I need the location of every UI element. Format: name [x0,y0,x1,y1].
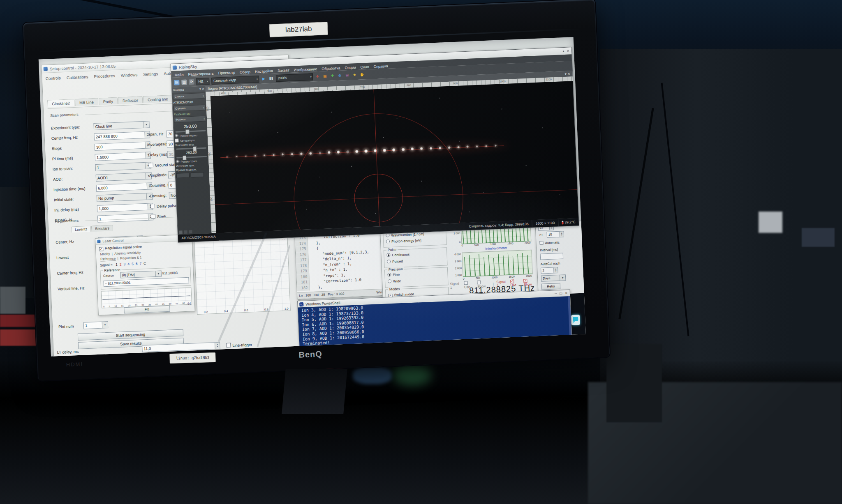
select-initial-state[interactable]: No pump▾ [97,193,153,202]
camera-item[interactable]: ATR3CMOS01 [173,100,205,105]
input-pi-time-ms[interactable]: 1,5000▲▼ [95,152,151,161]
input-center-freq-hz[interactable]: 247 888 800▲▼ [94,131,150,140]
precision-wide-radio[interactable]: Wide [388,279,401,283]
input-injection-time-ms[interactable]: 6,000▲▼ [96,182,153,192]
setup-tab-cooling-line[interactable]: Cooling line [143,95,173,103]
mode-dropdown[interactable]: НД [196,78,210,85]
radio-icon[interactable] [176,159,179,163]
trigger-field-1[interactable] [176,173,190,178]
sidebar-tab-icon-1[interactable] [179,230,183,234]
maximize-icon[interactable]: ▢ [559,292,562,295]
support-chat-icon[interactable] [571,315,580,325]
radio-icon[interactable] [386,239,390,243]
risingsky-menu-настройка[interactable]: Настройка [255,69,273,74]
checkbox-icon[interactable] [149,163,153,167]
signal-channel-7[interactable]: 7 [139,261,141,265]
slider-thumb[interactable] [185,129,189,134]
checkbox-stark[interactable]: Stark [151,214,167,219]
select-experiment-type[interactable]: Clock line▾ [93,121,150,130]
gain-slider[interactable] [176,156,207,159]
risingsky-menu-окно[interactable]: Окно [361,65,369,69]
pulse-pulsed-radio[interactable]: Pulsed [387,259,403,264]
signal-channel-5[interactable]: 5 [132,262,134,266]
autostart-checkbox[interactable]: Автозапуск [175,138,207,143]
frame-dropdown[interactable]: Светлый кадр [211,76,259,85]
signal-channel-2[interactable]: 2 [120,262,122,266]
risingsky-menu-обзор[interactable]: Обзор [240,70,250,74]
checkbox-icon[interactable] [477,281,481,284]
input-steps[interactable]: 300▲▼ [94,141,150,151]
open-icon[interactable]: ▤ [174,80,180,85]
marker-purple-icon[interactable]: ⊞ [345,72,350,78]
spinner-icon[interactable]: ▲▼ [215,343,220,349]
retry-button[interactable]: Retry [541,283,561,290]
signal-channel-C[interactable]: C [143,261,146,265]
fit-tab-lorentz[interactable]: Lorentz [71,226,91,233]
checkbox-icon[interactable] [464,281,467,285]
star-icon[interactable]: ★ [352,72,358,78]
signal-channel-4[interactable]: 4 [127,262,130,266]
exposure-slider[interactable] [176,147,206,150]
tab-regulation[interactable]: Regulation & 1 [120,255,142,260]
grid-icon[interactable]: ▦ [322,74,328,79]
risingsky-menu-захват[interactable]: Захват [278,68,289,73]
risingsky-menu-обработка[interactable]: Обработка [322,66,340,71]
period-select[interactable]: Days ▾ [541,274,566,281]
setup-tab-clockline2[interactable]: Clockline2 [47,99,74,107]
precision-fine-radio[interactable]: Fine [387,272,400,277]
radio-icon[interactable] [386,253,390,257]
refresh-icon[interactable]: ⟳ [189,79,194,85]
signal-channel-6[interactable]: 6 [136,262,138,266]
trigger-mode-radio[interactable]: Режим тригг. [176,158,208,163]
sidebar-tab-icon-3[interactable] [189,230,192,233]
radio-icon[interactable] [387,260,391,263]
radio-icon[interactable] [388,279,391,283]
signal-channel-3[interactable]: 3 [123,262,125,266]
play-icon[interactable]: ▶ [261,76,267,82]
risingsky-menu-опции[interactable]: Опции [345,65,356,70]
camera-list-dropdown[interactable]: Список [173,93,206,100]
close-icon[interactable]: ✕ [202,87,205,91]
minimize-icon[interactable]: ▾ [564,72,567,76]
camera-panel-header[interactable]: Камера ▾ ✕ [172,86,206,93]
dropdown-arrow-icon[interactable]: ▾ [155,271,162,276]
camera-canvas[interactable]: + [210,81,578,233]
checkbox-icon[interactable] [523,279,527,283]
regulation-checkbox[interactable]: Regulation signal active [99,244,142,251]
spinner-icon[interactable]: ▲▼ [559,231,564,237]
course-select[interactable]: (it) [THz] ▾ [120,270,162,278]
close-icon[interactable]: ✕ [565,291,568,295]
marker-blue-icon[interactable]: ⊕ [337,73,343,78]
checkbox-icon[interactable] [175,138,178,142]
minimize-icon[interactable]: ─ [555,292,557,295]
pin-icon[interactable]: ▴ [562,49,564,53]
capture-dropdown[interactable]: Съемка [173,105,206,112]
setup-menu-calibrations[interactable]: Calibrations [67,74,88,80]
risingsky-menu-справка[interactable]: Справка [373,64,388,69]
setup-tab-deflector[interactable]: Deflector [118,96,143,104]
dropdown-arrow-icon[interactable]: ▾ [102,322,108,328]
pulse-continuous-radio[interactable]: Continuous [386,252,409,257]
dropdown-arrow-icon[interactable]: ▾ [143,121,149,128]
automatic-checkbox[interactable]: Automatic [539,240,560,245]
sidebar-tab-icon-2[interactable] [184,230,187,234]
unit-photon-radio[interactable]: Photon energy [eV] [386,238,421,244]
radio-icon[interactable] [387,273,391,276]
radio-icon[interactable] [175,133,178,137]
checkbox-icon[interactable] [510,280,514,283]
pause-icon[interactable]: ▮▮ [268,76,274,81]
video-mode-radio[interactable]: Режим видео [175,133,207,138]
dock-icon[interactable]: ▾ [199,87,201,91]
exposure-target-slider[interactable] [175,130,206,133]
setup-menu-windows[interactable]: Windows [121,72,138,78]
setup-menu-procedures[interactable]: Procedures [94,74,115,79]
select-ion-to-scan[interactable]: 1▾ [95,162,152,171]
tab-altering-sensitivity[interactable]: Altering sensitivity [114,251,141,256]
input-inj-delay-ms[interactable]: 1,000▲▼ [97,203,153,212]
tab-reference[interactable]: Reference [100,257,116,262]
plot-num-select[interactable]: 1 ▾ [83,321,109,329]
risingsky-menu-файл[interactable]: Файл [174,73,184,77]
zoom-dropdown[interactable]: 200% [276,73,313,82]
reference-value-box[interactable]: = 811,288825001 [103,277,189,287]
format-dropdown[interactable]: Формат [174,116,206,123]
